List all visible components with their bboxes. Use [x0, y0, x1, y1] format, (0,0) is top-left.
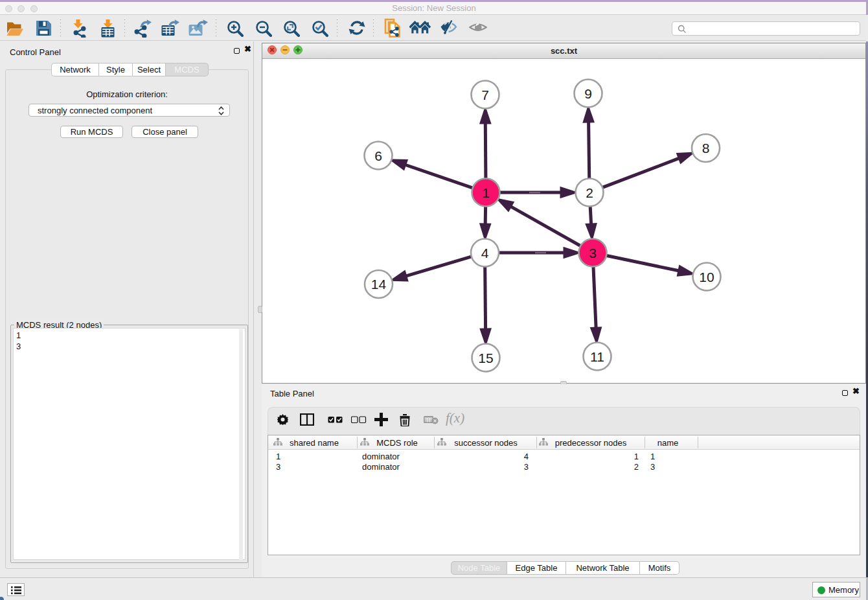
svg-text:2: 2 — [586, 185, 593, 200]
svg-text:11: 11 — [590, 349, 604, 364]
svg-text:1: 1 — [482, 185, 490, 200]
svg-text:15: 15 — [478, 351, 493, 365]
svg-text:10: 10 — [699, 270, 714, 284]
svg-text:3: 3 — [589, 246, 597, 260]
svg-text:7: 7 — [481, 87, 489, 102]
svg-text:14: 14 — [371, 277, 387, 292]
svg-text:6: 6 — [374, 148, 382, 163]
svg-text:9: 9 — [584, 86, 592, 101]
svg-text:8: 8 — [702, 141, 710, 156]
svg-text:4: 4 — [481, 246, 489, 260]
